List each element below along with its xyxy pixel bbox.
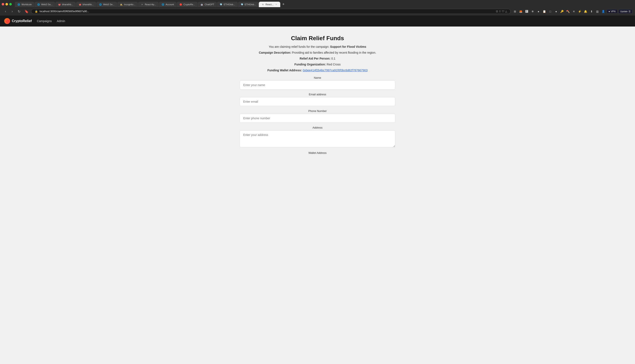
worldcoin-favicon: 🌐 xyxy=(17,3,20,6)
tab-incognito-label: Incognito... xyxy=(124,3,135,6)
1password-icon[interactable]: 🔑 xyxy=(560,9,564,14)
tab-web3ser-2[interactable]: 🌐 Web3 Se... xyxy=(96,2,117,7)
update-button[interactable]: Update ☰ xyxy=(618,9,632,14)
tab-account-label: Account xyxy=(166,3,174,6)
address-bar-input[interactable]: 🔒 localhost:3000/claim/65f65665e9f9607a9… xyxy=(31,9,511,14)
dashlane-icon[interactable]: 📋 xyxy=(542,9,547,14)
bookmark-button[interactable]: 🔖 xyxy=(24,8,30,14)
twitter-icon[interactable]: ✕ xyxy=(571,9,576,14)
ethglob2-favicon: 💎 xyxy=(240,3,244,6)
minimize-button[interactable] xyxy=(6,3,8,6)
shield-icon[interactable]: 🛡 xyxy=(502,10,504,13)
tab-web3ser2-label: Web3 Se... xyxy=(103,3,114,6)
funding-wallet-link[interactable]: 0xbee414f2b4bc7997ca91f0f3bc6d62f7876679… xyxy=(303,68,368,72)
funding-org-line: Funding Organization: Red Cross xyxy=(240,63,395,66)
tab-account[interactable]: 🌐 Account xyxy=(159,2,176,7)
reactapp-favicon: ⚛ xyxy=(140,3,144,6)
profile-icon[interactable]: 👤 xyxy=(601,9,606,14)
address-icons: ⊡ ⇧ 🛡 △ xyxy=(496,10,507,13)
tab-bharathb1-label: bharathb... xyxy=(62,3,73,6)
alert-icon[interactable]: △ xyxy=(505,10,507,13)
logo-text: CryptoRelief xyxy=(12,19,32,23)
tab-ethglob1-label: ETHGlob... xyxy=(224,3,235,6)
pocket-icon[interactable]: 🅿 xyxy=(524,9,529,14)
ethglob1-favicon: 💎 xyxy=(220,3,222,6)
funding-wallet-label: Funding Wallet Address: xyxy=(268,68,302,72)
email-field-group: Email address xyxy=(240,93,395,106)
phone-field-group: Phone Number xyxy=(240,110,395,123)
tab-reactapp[interactable]: ⚛ React Ap... xyxy=(138,2,159,7)
tab-bharathb-2[interactable]: 🐙 bharathb... xyxy=(76,2,96,7)
description-text: Providing aid to families affected by re… xyxy=(292,51,376,54)
react-active-favicon: ⚛ xyxy=(261,3,264,6)
maximize-button[interactable] xyxy=(9,3,12,6)
menu-icon: ☰ xyxy=(628,10,630,13)
reload-button[interactable]: ↻ xyxy=(16,8,22,14)
funding-org-label: Funding Organization: xyxy=(294,63,326,66)
download-icon[interactable]: ⬇ xyxy=(589,9,594,14)
campaign-name: Support for Flood Victims xyxy=(330,45,366,48)
tab-ethglob-2[interactable]: 💎 ETHGlob... xyxy=(238,2,258,7)
tab-incognito[interactable]: 🕵 Incognito... xyxy=(117,2,138,7)
address-label: Address xyxy=(240,126,395,129)
app-logo[interactable]: 🔴 CryptoRelief xyxy=(4,18,32,24)
new-tab-button[interactable]: + xyxy=(280,1,286,7)
metamask-icon[interactable]: 🦊 xyxy=(518,9,523,14)
tab-chatgpt-label: ChatGPT xyxy=(204,3,214,6)
plugin2-icon[interactable]: □ xyxy=(548,9,553,14)
plugin6-icon[interactable]: 🔔 xyxy=(583,9,588,14)
bharathb2-favicon: 🐙 xyxy=(78,3,82,6)
tab-chatgpt[interactable]: 🤖 ChatGPT xyxy=(198,2,217,7)
traffic-lights xyxy=(2,3,12,6)
wallet-field-group: Wallet Address xyxy=(240,151,395,154)
tab-close-button[interactable]: ✕ xyxy=(275,3,278,6)
funding-org-val: Red Cross xyxy=(327,63,341,66)
sidebar-icon[interactable]: ▥ xyxy=(595,9,600,14)
tab-react-active[interactable]: ⚛ React... ✕ xyxy=(259,2,280,7)
extensions-icon[interactable]: ⊞ xyxy=(512,9,518,14)
email-label: Email address xyxy=(240,93,395,96)
tab-worldcoin[interactable]: 🌐 Worldcoin xyxy=(15,2,34,7)
tab-web3ser1-label: Web3 Se... xyxy=(41,3,52,6)
plugin4-icon[interactable]: 🪓 xyxy=(565,9,570,14)
wallet-address-label: Wallet Address xyxy=(240,151,395,154)
tab-bharathb-1[interactable]: 🐙 bharathb... xyxy=(55,2,76,7)
vpn-label: VPN xyxy=(611,10,616,12)
tab-web3ser-1[interactable]: 🌐 Web3 Se... xyxy=(34,2,55,7)
plugin1-icon[interactable]: ● xyxy=(536,9,541,14)
name-field-group: Name xyxy=(240,76,395,90)
email-input[interactable] xyxy=(240,97,395,106)
plugin5-icon[interactable]: ⚡ xyxy=(577,9,582,14)
incognito-favicon: 🕵 xyxy=(120,3,123,6)
funding-wallet-line: Funding Wallet Address: 0xbee414f2b4bc79… xyxy=(240,68,395,72)
phone-input[interactable] xyxy=(240,114,395,123)
tab-ethglob2-label: ETHGlob... xyxy=(245,3,256,6)
app-navbar: 🔴 CryptoRelief Campaigns Admin xyxy=(0,16,635,26)
cast-icon[interactable]: ⊡ xyxy=(496,10,498,13)
address-input[interactable] xyxy=(240,130,395,147)
web3ser1-favicon: 🌐 xyxy=(37,3,40,6)
nav-admin[interactable]: Admin xyxy=(57,18,65,24)
plugin3-icon[interactable]: ● xyxy=(554,9,558,14)
address-bar: ‹ › ↻ 🔖 🔒 localhost:3000/claim/65f65665e… xyxy=(0,7,635,16)
tab-cryptore[interactable]: 🔴 CryptoRe... xyxy=(177,2,198,7)
share-icon[interactable]: ⇧ xyxy=(499,10,501,13)
account-favicon: 🌐 xyxy=(162,3,164,6)
close-button[interactable] xyxy=(2,3,4,6)
tab-worldcoin-label: Worldcoin xyxy=(22,3,32,6)
back-button[interactable]: ‹ xyxy=(2,8,8,14)
tab-ethglob-1[interactable]: 💎 ETHGlob... xyxy=(217,2,238,7)
main-content: Claim Relief Funds You are claiming reli… xyxy=(0,26,635,361)
forward-button[interactable]: › xyxy=(9,8,15,14)
bharathb1-favicon: 🐙 xyxy=(58,3,61,6)
name-input[interactable] xyxy=(240,80,395,90)
nav-campaigns[interactable]: Campaigns xyxy=(37,18,52,24)
name-label: Name xyxy=(240,76,395,79)
address-text: localhost:3000/claim/65f65665e9f9607a90.… xyxy=(40,10,494,13)
snowflake-icon[interactable]: ❄ xyxy=(530,9,535,14)
vpn-icon: ● xyxy=(608,10,610,12)
relief-aid-line: Relief Aid Per Person: 0.1 xyxy=(240,57,395,60)
lock-icon: 🔒 xyxy=(35,10,38,13)
vpn-button[interactable]: ● VPN xyxy=(606,9,617,14)
campaign-description-line: Campaign Description: Providing aid to f… xyxy=(240,51,395,54)
